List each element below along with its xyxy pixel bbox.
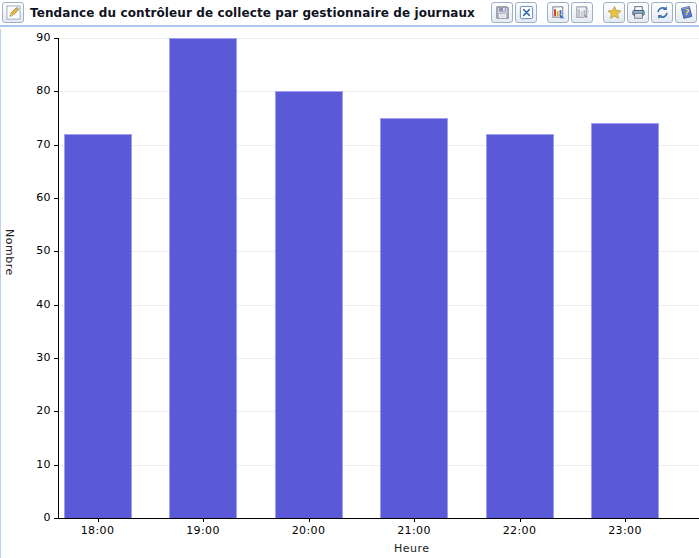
toolbar: ? bbox=[491, 2, 697, 23]
chart-edit-icon bbox=[551, 5, 566, 20]
y-tick-label: 20 bbox=[1, 404, 51, 417]
y-tick-label: 10 bbox=[1, 458, 51, 471]
x-axis-title: Heure bbox=[394, 542, 430, 555]
bar bbox=[591, 123, 659, 518]
printer-icon bbox=[631, 5, 646, 20]
y-axis-line bbox=[58, 38, 59, 518]
x-axis-line bbox=[54, 518, 699, 519]
save-button[interactable] bbox=[491, 2, 513, 23]
gridline bbox=[58, 91, 699, 92]
y-tick-label: 70 bbox=[1, 138, 51, 151]
gridline bbox=[58, 38, 699, 39]
bar bbox=[169, 38, 237, 518]
pencil-icon bbox=[6, 5, 21, 20]
y-tick-label: 40 bbox=[1, 298, 51, 311]
chart-clear-icon bbox=[575, 5, 590, 20]
bar bbox=[64, 134, 132, 518]
x-tick-label: 19:00 bbox=[171, 524, 235, 537]
x-tick bbox=[309, 518, 310, 522]
x-tick bbox=[520, 518, 521, 522]
x-tick-label: 20:00 bbox=[277, 524, 341, 537]
close-button[interactable] bbox=[515, 2, 537, 23]
bar bbox=[486, 134, 554, 518]
x-tick-label: 18:00 bbox=[66, 524, 130, 537]
star-favorite-icon bbox=[607, 5, 622, 20]
y-tick-label: 60 bbox=[1, 191, 51, 204]
chart-area: Nombre Heure 010203040506070809018:0019:… bbox=[0, 29, 699, 558]
y-tick-label: 90 bbox=[1, 31, 51, 44]
favorite-button[interactable] bbox=[603, 2, 625, 23]
refresh-icon bbox=[655, 5, 670, 20]
edit-chart-button[interactable] bbox=[547, 2, 569, 23]
chart-panel: Tendance du contrôleur de collecte par g… bbox=[0, 0, 699, 558]
help-book-icon: ? bbox=[679, 5, 694, 20]
refresh-button[interactable] bbox=[651, 2, 673, 23]
y-tick-label: 30 bbox=[1, 351, 51, 364]
x-tick-label: 22:00 bbox=[488, 524, 552, 537]
help-button[interactable]: ? bbox=[675, 2, 697, 23]
title-bar: Tendance du contrôleur de collecte par g… bbox=[0, 0, 699, 27]
y-tick-label: 0 bbox=[1, 511, 51, 524]
print-button[interactable] bbox=[627, 2, 649, 23]
close-icon bbox=[519, 5, 534, 20]
save-icon bbox=[495, 5, 510, 20]
x-tick bbox=[625, 518, 626, 522]
bar bbox=[380, 118, 448, 518]
x-tick bbox=[203, 518, 204, 522]
y-tick-label: 80 bbox=[1, 84, 51, 97]
x-tick-label: 23:00 bbox=[593, 524, 657, 537]
clear-chart-button[interactable] bbox=[571, 2, 593, 23]
x-tick-label: 21:00 bbox=[382, 524, 446, 537]
edit-title-button[interactable] bbox=[2, 2, 24, 23]
y-tick-label: 50 bbox=[1, 244, 51, 257]
page-title: Tendance du contrôleur de collecte par g… bbox=[30, 6, 475, 20]
x-tick bbox=[414, 518, 415, 522]
bar bbox=[275, 91, 343, 518]
x-tick bbox=[98, 518, 99, 522]
